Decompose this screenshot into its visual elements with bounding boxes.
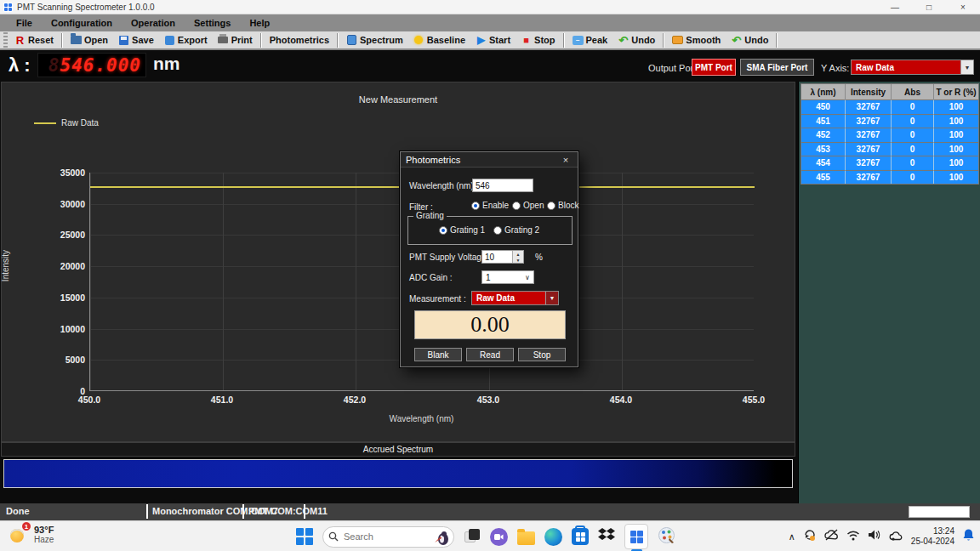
wavelength-input[interactable] bbox=[472, 179, 533, 192]
menu-file[interactable]: File bbox=[7, 18, 42, 28]
start-button[interactable]: ▶ Start bbox=[470, 31, 516, 48]
stop-button[interactable]: ■ Stop bbox=[516, 31, 560, 48]
radio-icon[interactable] bbox=[493, 226, 502, 235]
grating1-radio[interactable]: Grating 1 bbox=[439, 225, 485, 235]
clock-date: 25-04-2024 bbox=[911, 537, 954, 547]
table-row[interactable]: 455327670100 bbox=[801, 170, 978, 185]
baseline-bulb-icon bbox=[414, 36, 423, 44]
reset-button[interactable]: R Reset bbox=[9, 31, 59, 48]
teams-chat-icon[interactable] bbox=[490, 528, 508, 546]
notification-badge: 1 bbox=[21, 521, 31, 531]
y-tick: 35000 bbox=[32, 168, 85, 178]
grating2-radio[interactable]: Grating 2 bbox=[493, 225, 539, 235]
maximize-icon[interactable]: □ bbox=[912, 0, 946, 14]
spin-up-icon[interactable]: ▲ bbox=[513, 251, 523, 257]
spectrometer-app-taskbar-icon[interactable] bbox=[624, 524, 648, 549]
open-button[interactable]: Open bbox=[66, 31, 113, 48]
spectrum-button[interactable]: Spectrum bbox=[341, 31, 408, 48]
filter-radio-enable[interactable]: Enable bbox=[471, 201, 509, 210]
dropbox-icon[interactable] bbox=[598, 526, 615, 547]
microsoft-store-icon[interactable] bbox=[572, 528, 589, 545]
table-row[interactable]: 450327670100 bbox=[801, 99, 978, 114]
dialog-close-icon[interactable]: × bbox=[559, 155, 573, 165]
paint-icon[interactable] bbox=[658, 526, 675, 548]
save-button[interactable]: Save bbox=[113, 31, 159, 48]
spinner-arrows[interactable]: ▲ ▼ bbox=[512, 251, 523, 263]
start-play-icon: ▶ bbox=[476, 35, 487, 46]
table-cell: 455 bbox=[801, 170, 846, 185]
table-row[interactable]: 452327670100 bbox=[801, 128, 978, 142]
export-button[interactable]: Export bbox=[159, 31, 213, 48]
menu-configuration[interactable]: Configuration bbox=[42, 18, 122, 28]
column-header[interactable]: Intensity bbox=[846, 84, 892, 99]
taskbar-clock[interactable]: 13:24 25-04-2024 bbox=[911, 526, 954, 547]
x-tick: 453.0 bbox=[470, 395, 507, 405]
stop-square-icon: ■ bbox=[521, 35, 532, 46]
dropdown-arrow-icon[interactable]: ▼ bbox=[960, 60, 973, 74]
pmt-port-button[interactable]: PMT Port bbox=[692, 59, 736, 76]
y-axis-title: Intensity bbox=[1, 250, 10, 281]
y-axis-dropdown[interactable]: Raw Data ▼ bbox=[851, 60, 974, 75]
table-cell: 32767 bbox=[846, 142, 892, 156]
x-tick: 450.0 bbox=[71, 395, 108, 405]
wifi-icon[interactable] bbox=[846, 529, 860, 544]
notification-bell-icon[interactable] bbox=[962, 528, 975, 545]
column-header[interactable]: λ (nm) bbox=[801, 84, 846, 99]
haze-sun-icon: 1 bbox=[9, 525, 29, 545]
start-button-windows[interactable] bbox=[296, 528, 313, 545]
weather-condition: Haze bbox=[34, 535, 54, 545]
volume-icon[interactable] bbox=[868, 529, 881, 544]
adc-gain-select[interactable]: 1 ∨ bbox=[481, 270, 534, 284]
radio-selected-icon[interactable] bbox=[471, 202, 480, 210]
table-cell: 32767 bbox=[846, 170, 892, 185]
seven-segment-ghost: 8 bbox=[48, 55, 60, 76]
table-row[interactable]: 454327670100 bbox=[801, 156, 978, 170]
dropdown-arrow-icon[interactable]: ▼ bbox=[545, 292, 558, 304]
column-header[interactable]: T or R (%) bbox=[934, 84, 978, 99]
table-row[interactable]: 451327670100 bbox=[801, 114, 978, 128]
tray-chevron-up-icon[interactable]: ∧ bbox=[789, 531, 795, 542]
dialog-title-bar[interactable]: Photometrics × bbox=[401, 152, 578, 168]
menu-help[interactable]: Help bbox=[240, 18, 279, 28]
read-button[interactable]: Read bbox=[466, 348, 514, 361]
sma-fiber-port-button[interactable]: SMA Fiber Port bbox=[740, 59, 814, 76]
stop-dialog-button[interactable]: Stop bbox=[518, 348, 566, 361]
y-axis-dropdown-value: Raw Data bbox=[852, 63, 960, 72]
peak-button[interactable]: ~ Peak bbox=[567, 31, 613, 48]
cloud-off-icon[interactable] bbox=[824, 529, 839, 544]
blank-button[interactable]: Blank bbox=[414, 348, 462, 361]
table-cell: 0 bbox=[892, 170, 934, 185]
close-icon[interactable]: × bbox=[946, 0, 980, 14]
onedrive-icon[interactable] bbox=[889, 529, 903, 544]
pmt-voltage-spinner[interactable]: 10 ▲ ▼ bbox=[481, 250, 524, 264]
menu-settings[interactable]: Settings bbox=[185, 18, 240, 28]
y-tick: 20000 bbox=[32, 261, 85, 271]
open-folder-icon bbox=[71, 36, 82, 44]
save-disk-icon bbox=[119, 36, 128, 45]
sync-icon[interactable] bbox=[803, 528, 817, 545]
filter-radio-block[interactable]: Block bbox=[547, 201, 578, 210]
measurement-dropdown[interactable]: Raw Data ▼ bbox=[471, 291, 559, 305]
radio-icon[interactable] bbox=[547, 202, 556, 210]
edge-browser-icon[interactable] bbox=[544, 528, 562, 546]
print-button[interactable]: Print bbox=[213, 31, 258, 48]
column-header[interactable]: Abs bbox=[892, 84, 934, 99]
radio-selected-icon[interactable] bbox=[439, 226, 447, 235]
weather-widget[interactable]: 1 93°F Haze bbox=[9, 525, 54, 545]
smooth-button[interactable]: Smooth bbox=[667, 31, 726, 48]
spin-down-icon[interactable]: ▼ bbox=[513, 257, 523, 263]
menu-operation[interactable]: Operation bbox=[122, 18, 185, 28]
y-tick: 15000 bbox=[32, 293, 85, 303]
filter-radio-open[interactable]: Open bbox=[512, 201, 544, 210]
undo-peak-button[interactable]: ↶ Undo bbox=[612, 31, 660, 48]
minimize-icon[interactable]: — bbox=[878, 0, 912, 14]
baseline-button[interactable]: Baseline bbox=[408, 31, 470, 48]
photometrics-button[interactable]: Photometrics bbox=[265, 31, 334, 48]
search-box[interactable] bbox=[322, 526, 454, 548]
table-row[interactable]: 453327670100 bbox=[801, 142, 978, 156]
file-explorer-icon[interactable] bbox=[517, 531, 535, 545]
radio-icon[interactable] bbox=[512, 202, 521, 210]
task-view-icon[interactable] bbox=[464, 528, 481, 545]
wavelength-seven-segment-display: 8 546.000 bbox=[37, 53, 146, 77]
undo-smooth-button[interactable]: ↶ Undo bbox=[726, 31, 773, 48]
